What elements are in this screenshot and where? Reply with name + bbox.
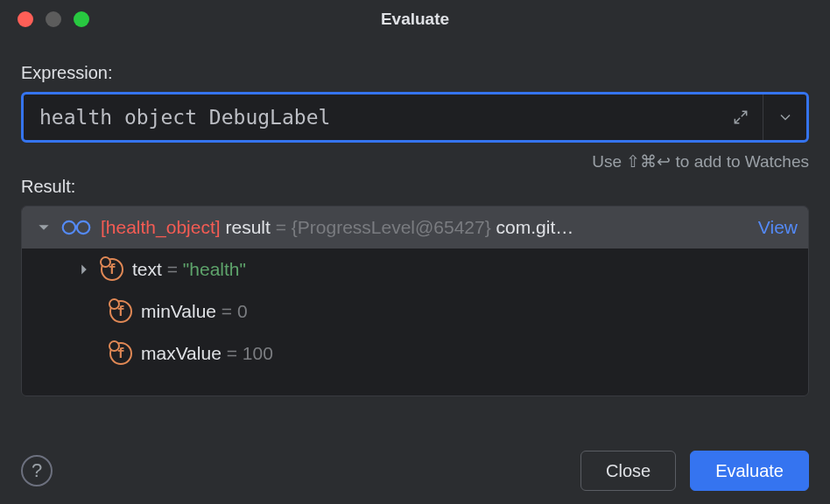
debug-mark: [health_object] [101, 217, 221, 237]
svg-point-0 [63, 221, 75, 234]
equals-sign: = [276, 217, 286, 237]
expression-label: Expression: [21, 63, 809, 83]
field-name: maxValue [141, 343, 222, 363]
field-icon: f [109, 300, 132, 323]
field-name: text [132, 259, 162, 279]
field-icon: f [109, 342, 132, 365]
equals-sign: = [167, 259, 178, 279]
expression-input-row [21, 92, 809, 143]
window-title: Evaluate [16, 10, 814, 29]
field-row-text[interactable]: f text = "health" [22, 248, 808, 290]
shortcut-hint: Use ⇧⌘↩ to add to Watches [21, 151, 809, 172]
window-close-button[interactable] [18, 11, 33, 27]
titlebar: Evaluate [0, 0, 830, 38]
window-maximize-button[interactable] [74, 11, 89, 27]
field-value: "health" [183, 259, 246, 279]
to-string-tail: com.git… [496, 217, 574, 237]
glasses-icon [60, 218, 92, 237]
help-button[interactable]: ? [21, 455, 53, 486]
field-value: 0 [237, 301, 248, 321]
expand-icon[interactable] [719, 94, 763, 140]
field-row-max[interactable]: f maxValue = 100 [22, 332, 808, 374]
history-dropdown-icon[interactable] [763, 94, 806, 140]
result-root-row[interactable]: [health_object] result = {ProgressLevel@… [22, 206, 808, 248]
svg-point-1 [77, 221, 89, 234]
equals-sign: = [222, 301, 232, 321]
view-link[interactable]: View [758, 217, 798, 238]
traffic-lights [18, 11, 89, 27]
bottom-bar: ? Close Evaluate [0, 438, 830, 504]
chevron-right-icon[interactable] [76, 263, 92, 276]
window-minimize-button[interactable] [46, 11, 61, 27]
result-label: Result: [21, 177, 809, 197]
field-value: 100 [243, 343, 273, 363]
result-tree: [health_object] result = {ProgressLevel@… [21, 206, 809, 396]
field-row-min[interactable]: f minValue = 0 [22, 290, 808, 332]
chevron-down-icon[interactable] [36, 221, 52, 234]
var-name: result [225, 217, 270, 237]
evaluate-button[interactable]: Evaluate [690, 451, 809, 491]
equals-sign: = [227, 343, 237, 363]
field-name: minValue [141, 301, 216, 321]
close-button[interactable]: Close [580, 451, 676, 491]
field-icon: f [101, 258, 123, 281]
expression-input[interactable] [24, 94, 719, 140]
type-info: {ProgressLevel@65427} [292, 217, 491, 237]
